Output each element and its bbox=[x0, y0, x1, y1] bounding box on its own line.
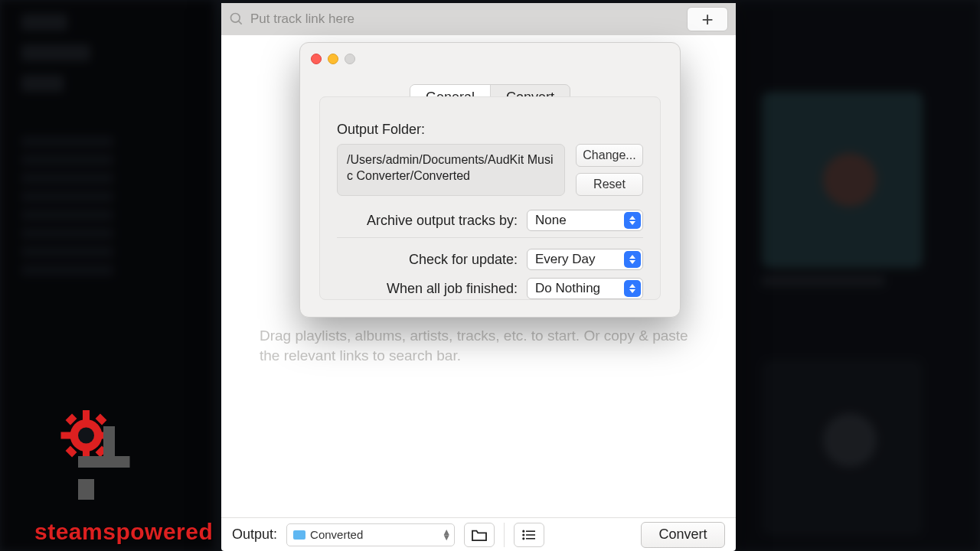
folder-icon bbox=[293, 530, 305, 540]
separator bbox=[504, 523, 505, 547]
output-folder-label: Output Folder: bbox=[337, 122, 643, 138]
chevron-updown-icon bbox=[624, 212, 641, 229]
svg-point-7 bbox=[523, 538, 524, 540]
output-label: Output: bbox=[232, 527, 277, 543]
close-icon[interactable] bbox=[311, 54, 322, 64]
divider bbox=[337, 237, 643, 238]
traffic-lights bbox=[311, 54, 355, 64]
svg-rect-9 bbox=[83, 410, 90, 422]
svg-point-17 bbox=[78, 428, 94, 444]
archive-label: Archive output tracks by: bbox=[367, 213, 518, 229]
svg-rect-16 bbox=[66, 446, 77, 458]
archive-select[interactable]: None bbox=[527, 210, 643, 231]
update-label: Check for update: bbox=[409, 252, 518, 268]
output-folder-select[interactable]: Converted ▲▼ bbox=[286, 523, 455, 546]
search-icon bbox=[229, 11, 244, 27]
svg-rect-15 bbox=[96, 414, 107, 425]
search-bar: + bbox=[221, 3, 736, 35]
watermark-logo: steamspowered bbox=[34, 401, 172, 545]
svg-point-0 bbox=[231, 14, 240, 23]
svg-rect-20 bbox=[78, 479, 94, 500]
convert-button[interactable]: Convert bbox=[641, 522, 725, 548]
output-folder-name: Converted bbox=[310, 528, 363, 541]
prefs-panel: Output Folder: /Users/admin/Documents/Au… bbox=[319, 96, 661, 300]
update-value: Every Day bbox=[535, 252, 595, 267]
list-view-button[interactable] bbox=[514, 523, 544, 547]
watermark-text: steamspowered bbox=[34, 519, 172, 545]
plus-icon: + bbox=[701, 8, 713, 31]
chevron-updown-icon bbox=[624, 280, 641, 297]
svg-rect-11 bbox=[61, 432, 73, 439]
open-folder-button[interactable] bbox=[464, 523, 495, 547]
svg-rect-13 bbox=[66, 414, 77, 425]
change-button[interactable]: Change... bbox=[576, 144, 643, 167]
preferences-dialog: General Convert Output Folder: /Users/ad… bbox=[299, 42, 681, 318]
finished-select[interactable]: Do Nothing bbox=[527, 278, 643, 299]
svg-point-5 bbox=[523, 530, 524, 532]
add-button[interactable]: + bbox=[687, 7, 728, 31]
archive-value: None bbox=[535, 213, 567, 228]
svg-line-1 bbox=[239, 21, 242, 24]
zoom-icon bbox=[345, 54, 355, 64]
bottom-bar: Output: Converted ▲▼ Convert bbox=[221, 517, 736, 551]
list-icon bbox=[521, 529, 537, 541]
gear-icon bbox=[46, 401, 161, 516]
reset-button[interactable]: Reset bbox=[576, 173, 643, 196]
output-folder-path: /Users/admin/Documents/AudKit Music Conv… bbox=[337, 144, 565, 196]
svg-rect-19 bbox=[78, 456, 130, 468]
stepper-icon: ▲▼ bbox=[442, 530, 451, 540]
finished-label: When all job finished: bbox=[387, 281, 518, 297]
svg-point-6 bbox=[523, 534, 524, 536]
finished-value: Do Nothing bbox=[535, 281, 600, 296]
folder-open-icon bbox=[471, 528, 488, 542]
chevron-updown-icon bbox=[624, 251, 641, 268]
update-select[interactable]: Every Day bbox=[527, 249, 643, 270]
search-input[interactable] bbox=[250, 11, 681, 27]
drag-hint: Drag playlists, albums, artists, tracks,… bbox=[260, 326, 697, 365]
minimize-icon[interactable] bbox=[328, 54, 338, 64]
